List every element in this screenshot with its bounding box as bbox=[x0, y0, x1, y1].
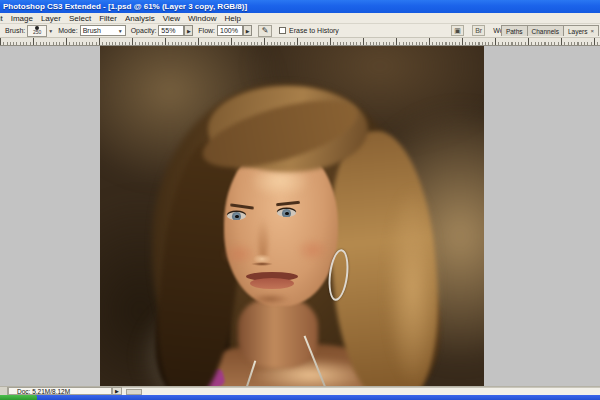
tab-paths-label: Paths bbox=[506, 28, 523, 35]
portrait-nostrils bbox=[251, 262, 273, 266]
tab-channels-label: Channels bbox=[532, 28, 559, 35]
mode-value: Brush bbox=[83, 27, 101, 34]
horizontal-scrollbar[interactable] bbox=[122, 387, 600, 395]
menu-select[interactable]: Select bbox=[65, 14, 95, 23]
doc-size-text: Doc: 5.21M/8.12M bbox=[17, 388, 70, 395]
tab-layers-label: Layers bbox=[568, 28, 588, 35]
flow-value: 100% bbox=[220, 27, 238, 34]
menu-items: File Edit Image Layer Select Filter Anal… bbox=[0, 14, 245, 23]
portrait-right-cheek bbox=[296, 238, 330, 262]
portrait-right-eye bbox=[277, 209, 296, 217]
close-icon[interactable]: × bbox=[590, 28, 594, 34]
menu-edit[interactable]: Edit bbox=[0, 14, 7, 23]
doc-size-indicator[interactable]: Doc: 5.21M/8.12M bbox=[8, 387, 112, 395]
opacity-slider-arrow[interactable]: ▶ bbox=[184, 25, 193, 36]
pupil bbox=[235, 215, 239, 219]
portrait-lower-lip bbox=[250, 278, 294, 289]
pupil bbox=[285, 212, 289, 216]
opacity-value: 55% bbox=[161, 27, 175, 34]
title-bar: Photoshop CS3 Extended - [1.psd @ 61% (L… bbox=[0, 0, 600, 13]
opacity-label: Opacity: bbox=[131, 27, 157, 34]
portrait-neck bbox=[238, 298, 318, 368]
flow-slider-arrow-icon: ▶ bbox=[246, 28, 250, 34]
mode-dropdown-arrow-icon: ▼ bbox=[118, 28, 123, 34]
palette-tab-group: Paths Channels Layers × bbox=[502, 25, 599, 36]
go-to-bridge-button[interactable]: Br bbox=[472, 25, 485, 36]
tab-channels[interactable]: Channels bbox=[527, 25, 564, 36]
opacity-input[interactable]: 55% bbox=[158, 25, 184, 36]
tab-paths[interactable]: Paths bbox=[501, 25, 528, 36]
status-arrow-icon: ▶ bbox=[115, 388, 119, 394]
menu-image[interactable]: Image bbox=[7, 14, 37, 23]
portrait-left-eye bbox=[227, 212, 246, 220]
status-grip bbox=[0, 387, 8, 395]
start-button[interactable] bbox=[0, 395, 37, 400]
erase-to-history-label: Erase to History bbox=[289, 27, 339, 34]
mode-select[interactable]: Brush ▼ bbox=[80, 25, 126, 36]
airbrush-toggle-button[interactable]: ✎ bbox=[258, 25, 272, 37]
erase-to-history-checkbox[interactable] bbox=[279, 27, 286, 34]
bridge-icon: Br bbox=[475, 27, 482, 34]
menu-help[interactable]: Help bbox=[220, 14, 244, 23]
airbrush-icon: ✎ bbox=[262, 26, 269, 35]
menu-layer[interactable]: Layer bbox=[37, 14, 65, 23]
brush-preset-picker[interactable]: 250 bbox=[27, 25, 47, 37]
menu-filter[interactable]: Filter bbox=[95, 14, 121, 23]
brush-size-value: 250 bbox=[33, 30, 41, 35]
palette-well-button[interactable]: ▣ bbox=[451, 25, 464, 36]
brush-label: Brush: bbox=[5, 27, 25, 34]
opacity-slider-arrow-icon: ▶ bbox=[187, 28, 191, 34]
menu-analysis[interactable]: Analysis bbox=[121, 14, 159, 23]
menu-window[interactable]: Window bbox=[184, 14, 220, 23]
window-title: Photoshop CS3 Extended - [1.psd @ 61% (L… bbox=[3, 2, 247, 11]
portrait-chin-shadow bbox=[250, 294, 290, 304]
document-canvas[interactable] bbox=[100, 46, 484, 386]
status-bar: Doc: 5.21M/8.12M ▶ bbox=[0, 386, 600, 395]
palette-well-icon: ▣ bbox=[454, 27, 461, 35]
tab-layers[interactable]: Layers × bbox=[563, 25, 599, 36]
mode-label: Mode: bbox=[58, 27, 77, 34]
status-menu-arrow-button[interactable]: ▶ bbox=[112, 387, 122, 395]
menu-bar: File Edit Image Layer Select Filter Anal… bbox=[0, 13, 600, 24]
portrait-hair-highlight bbox=[385, 186, 440, 386]
horizontal-ruler[interactable] bbox=[0, 38, 600, 46]
menu-view[interactable]: View bbox=[159, 14, 184, 23]
flow-input[interactable]: 100% bbox=[217, 25, 243, 36]
brush-dropdown-arrow-icon[interactable]: ▼ bbox=[48, 28, 53, 34]
flow-slider-arrow[interactable]: ▶ bbox=[243, 25, 252, 36]
flow-label: Flow: bbox=[198, 27, 215, 34]
workspace-area bbox=[0, 46, 600, 386]
windows-taskbar[interactable] bbox=[0, 395, 600, 400]
